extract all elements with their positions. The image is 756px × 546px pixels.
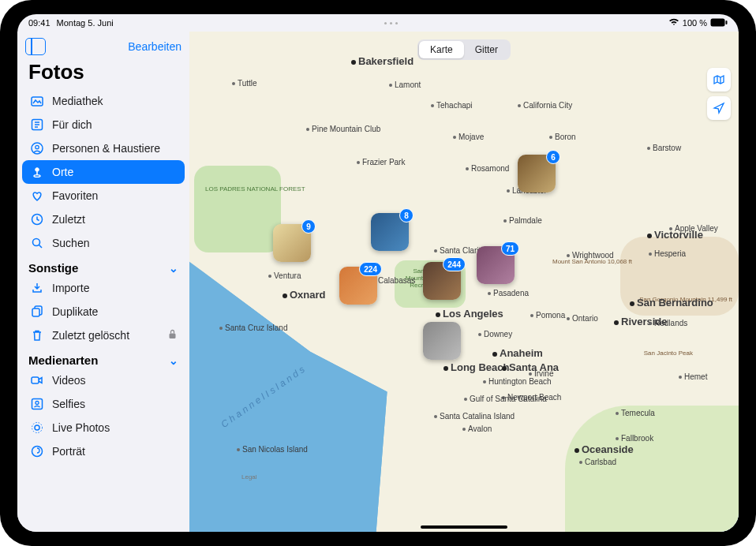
sidebar-item-label: Mediathek [52, 95, 103, 107]
seg-grid[interactable]: Gitter [464, 41, 509, 58]
section-title: Sonstige [28, 261, 78, 275]
city-label: Gulf of Santa Catalina [464, 395, 547, 403]
photo-cluster[interactable]: 244 [423, 262, 461, 300]
photo-cluster[interactable]: 71 [477, 246, 515, 284]
cluster-count-badge: 8 [399, 208, 414, 223]
locate-me-button[interactable] [707, 96, 731, 120]
home-indicator[interactable] [421, 525, 507, 529]
section-media[interactable]: Medienarten ⌄ [17, 347, 189, 368]
sidebar-item-label: Videos [52, 374, 86, 387]
library-icon [30, 94, 44, 108]
app-title: Fotos [17, 58, 189, 89]
sidebar-item-videos[interactable]: Videos [22, 368, 185, 392]
city-label: Apple Valley [669, 224, 718, 233]
sidebar-item-label: Live Photos [52, 421, 110, 434]
sidebar-item-foryou[interactable]: Für dich [22, 113, 185, 136]
view-segmented-control[interactable]: Karte Gitter [417, 39, 511, 60]
sidebar-item-imports[interactable]: Importe [22, 276, 185, 300]
photo-cluster[interactable] [423, 322, 461, 360]
sidebar-item-livephotos[interactable]: Live Photos [22, 416, 185, 439]
sidebar-item-duplicates[interactable]: Duplikate [22, 300, 185, 323]
svg-rect-0 [710, 18, 724, 26]
map-view[interactable]: Karte Gitter LOS PADRES NATIONAL FOREST … [189, 32, 739, 532]
sidebar-item-people[interactable]: Personen & Haustiere [22, 136, 185, 160]
nav-media: Videos Selfies Live Photos Porträt [17, 368, 189, 463]
city-label: San Nicolas Island [237, 445, 308, 454]
city-label: Pasadena [488, 289, 529, 297]
city-label: Palmdale [503, 216, 542, 225]
sidebar-item-label: Orte [52, 166, 73, 178]
city-label: Avalon [462, 424, 492, 433]
seg-map[interactable]: Karte [419, 41, 464, 58]
city-label: Ontario [567, 314, 598, 323]
sidebar-item-label: Zuletzt gelöscht [52, 329, 129, 342]
svg-rect-12 [32, 377, 39, 383]
city-label: Barstow [647, 144, 681, 152]
section-other[interactable]: Sonstige ⌄ [17, 255, 189, 276]
svg-point-14 [36, 402, 39, 405]
sidebar-item-label: Suchen [52, 237, 89, 249]
sidebar-item-deleted[interactable]: Zuletzt gelöscht [22, 323, 185, 347]
lock-icon [168, 329, 177, 342]
city-label: California City [518, 101, 572, 110]
multitask-dots[interactable] [367, 22, 414, 24]
city-label: Frazier Park [357, 158, 405, 166]
city-label: San Bernardino [630, 297, 713, 309]
city-label: Boron [549, 133, 576, 141]
sidebar-item-search[interactable]: Suchen [22, 231, 185, 255]
photo-cluster[interactable]: 9 [273, 224, 311, 262]
label-peak-antonio: Mount San Antonio 10,068 ft [552, 259, 632, 266]
cluster-count-badge: 244 [443, 257, 466, 271]
city-label: Pomona [530, 311, 565, 320]
city-label: Rosamond [466, 164, 509, 173]
svg-rect-1 [725, 21, 727, 24]
photo-cluster[interactable]: 224 [339, 267, 377, 305]
portrait-icon [30, 444, 44, 458]
city-label: Tehachapi [431, 101, 473, 110]
chevron-down-icon: ⌄ [169, 262, 178, 275]
map-settings-button[interactable] [707, 68, 731, 92]
clock-icon [30, 212, 44, 226]
city-label: Los Angeles [436, 308, 503, 320]
cluster-count-badge: 71 [501, 241, 519, 256]
city-label: Santa Catalina Island [434, 412, 515, 421]
city-label: Huntington Beach [483, 377, 552, 386]
status-time: 09:41 [28, 18, 51, 28]
city-label: Mojave [453, 133, 484, 141]
section-title: Medienarten [28, 353, 98, 367]
city-label: Bakersfield [351, 55, 414, 67]
label-lospadres: LOS PADRES NATIONAL FOREST [205, 186, 305, 193]
city-label: Oceanside [574, 443, 634, 455]
svg-point-7 [34, 175, 40, 178]
battery-icon [710, 18, 728, 28]
city-label: Ventura [268, 271, 301, 280]
battery-percent: 100 % [683, 18, 707, 28]
sidebar-item-label: Importe [52, 282, 89, 294]
edit-button[interactable]: Bearbeiten [128, 40, 182, 53]
map-legal-link[interactable]: Legal [241, 473, 257, 481]
sidebar-item-places[interactable]: Orte [22, 160, 185, 184]
sidebar-item-library[interactable]: Mediathek [22, 89, 185, 113]
svg-point-4 [32, 143, 43, 154]
photo-cluster[interactable]: 8 [371, 213, 409, 251]
photo-cluster[interactable]: 6 [518, 155, 556, 193]
city-label: Irvine [529, 369, 553, 378]
cluster-count-badge: 6 [546, 150, 560, 164]
sidebar-item-favorites[interactable]: Favoriten [22, 184, 185, 208]
sidebar-item-selfies[interactable]: Selfies [22, 392, 185, 416]
city-label: Long Beach [443, 361, 509, 373]
city-label: Redlands [649, 319, 687, 327]
city-label: Carlsbad [579, 458, 616, 466]
city-label: Fallbrook [616, 434, 653, 443]
sidebar: Bearbeiten Fotos Mediathek Für dich Pers… [17, 32, 189, 532]
svg-rect-11 [170, 334, 176, 339]
sidebar-toggle-icon[interactable] [25, 38, 46, 55]
city-label: Calabasas [372, 276, 415, 285]
chevron-down-icon: ⌄ [169, 354, 178, 367]
cluster-count-badge: 9 [301, 219, 316, 234]
sidebar-item-portrait[interactable]: Porträt [22, 439, 185, 463]
sidebar-item-recent[interactable]: Zuletzt [22, 208, 185, 231]
trash-icon [30, 328, 44, 342]
svg-rect-10 [32, 309, 39, 316]
map-forest-lospadres [194, 166, 281, 252]
